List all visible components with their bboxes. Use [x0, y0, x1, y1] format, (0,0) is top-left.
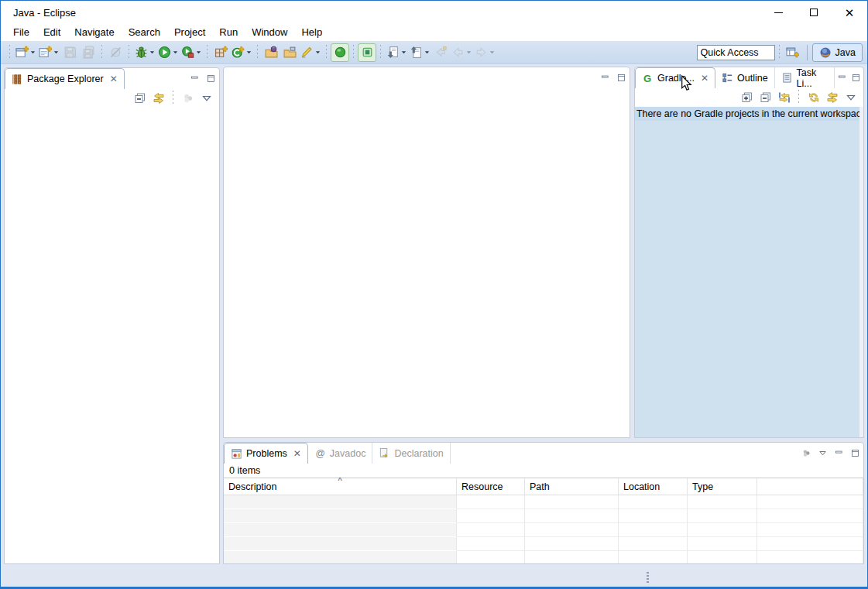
coverage-button[interactable] [230, 43, 253, 62]
dropdown-arrow-icon[interactable] [196, 50, 201, 55]
table-cell [525, 495, 619, 509]
package-explorer-content[interactable] [5, 108, 219, 563]
maximize-view-button[interactable] [847, 446, 863, 461]
problems-panel-tab-declaration[interactable]: Declaration [372, 443, 450, 464]
table-cell [688, 523, 757, 537]
next-annotation-button[interactable] [385, 43, 408, 62]
package-explorer-tab[interactable]: Package Explorer ✕ [5, 68, 125, 89]
editor-content[interactable] [224, 88, 630, 437]
view-menu-button[interactable] [198, 91, 214, 107]
minimize-view-button[interactable] [187, 71, 203, 86]
link-with-editor-button[interactable] [824, 90, 840, 106]
save-button[interactable] [60, 43, 79, 62]
close-tab-icon[interactable]: ✕ [110, 74, 118, 84]
column-header-path[interactable]: Path [525, 478, 619, 495]
view-menu-button[interactable] [842, 90, 859, 106]
previous-annotation-button[interactable] [408, 43, 431, 62]
last-edit-location-button[interactable] [431, 43, 450, 62]
menu-project[interactable]: Project [167, 25, 212, 40]
dropdown-arrow-icon[interactable] [149, 50, 155, 55]
new-wizard-button[interactable] [14, 43, 37, 62]
package-explorer-tab-label: Package Explorer [27, 74, 104, 84]
problems-panel-tab-javadoc[interactable]: @Javadoc [308, 443, 373, 464]
layout-toggle-button[interactable] [776, 90, 792, 106]
open-perspective-button[interactable] [784, 43, 802, 62]
expand-all-button[interactable] [739, 90, 755, 106]
green-square-button[interactable] [358, 43, 376, 62]
minimize-view-button[interactable] [831, 446, 847, 461]
minimize-view-button[interactable] [835, 70, 849, 85]
refresh-button[interactable] [805, 90, 822, 106]
window-maximize-button[interactable] [796, 1, 832, 24]
table-row[interactable] [224, 495, 863, 509]
table-cell [688, 551, 757, 564]
menu-run[interactable]: Run [212, 25, 245, 40]
toolbar-separator [325, 45, 328, 60]
run-button[interactable] [156, 43, 180, 62]
menu-window[interactable]: Window [245, 25, 294, 40]
maximize-view-icon [616, 73, 626, 83]
column-header-description[interactable]: Description^ [224, 478, 457, 495]
column-header-resource[interactable]: Resource [457, 478, 525, 495]
dropdown-arrow-icon[interactable] [173, 50, 178, 55]
view-menu-button[interactable] [815, 446, 831, 461]
collapse-all-button[interactable] [132, 91, 148, 107]
focus-on-task-button[interactable] [798, 446, 815, 461]
min-icon [837, 73, 847, 83]
table-row[interactable] [224, 551, 863, 564]
table-row[interactable] [224, 523, 863, 537]
dropdown-arrow-icon[interactable] [246, 50, 252, 55]
focus-on-task-button[interactable] [180, 91, 196, 107]
window-close-button[interactable]: ✕ [832, 1, 867, 24]
debug-button[interactable] [133, 43, 156, 62]
java-perspective-button[interactable]: Java [812, 43, 863, 62]
close-tab-icon[interactable]: ✕ [701, 73, 708, 84]
gradle-panel-tab-outline[interactable]: Outline [715, 67, 775, 88]
new-plugin-button[interactable] [211, 43, 230, 62]
column-header-location[interactable]: Location [619, 478, 688, 495]
dropdown-arrow-icon[interactable] [53, 50, 59, 55]
menu-edit[interactable]: Edit [36, 25, 67, 40]
external-tools-button[interactable] [180, 43, 203, 62]
dropdown-arrow-icon[interactable] [489, 50, 495, 55]
close-tab-icon[interactable]: ✕ [293, 448, 301, 459]
maximize-view-button[interactable] [613, 70, 630, 85]
mark-occurrences-button[interactable] [299, 43, 322, 62]
table-row[interactable] [224, 537, 863, 551]
gradle-panel-tab-taskli[interactable]: Task Li... [775, 67, 835, 88]
collapse-all-button[interactable] [757, 90, 774, 106]
open-resource-button[interactable] [280, 43, 299, 62]
problems-table: Description^ResourcePathLocationType [224, 478, 863, 564]
back-button[interactable] [450, 43, 473, 62]
dropdown-arrow-icon[interactable] [401, 50, 407, 55]
green-sphere-button[interactable] [331, 43, 349, 62]
quick-access-input[interactable] [697, 45, 775, 60]
status-bar [1, 567, 867, 588]
statusbar-grip-handle[interactable] [647, 572, 649, 584]
menu-file[interactable]: File [6, 25, 36, 40]
gradle-empty-message[interactable]: There are no Gradle projects in the curr… [635, 107, 863, 121]
gradle-tasks-content[interactable]: There are no Gradle projects in the curr… [635, 107, 863, 437]
column-header-type[interactable]: Type [688, 478, 757, 495]
maximize-view-button[interactable] [203, 71, 219, 86]
dropdown-arrow-icon[interactable] [424, 50, 430, 55]
new-java-icon [39, 46, 52, 59]
dropdown-arrow-icon[interactable] [466, 50, 472, 55]
maximize-view-button[interactable] [849, 70, 863, 85]
table-row[interactable] [224, 509, 863, 523]
open-type-button[interactable] [262, 43, 280, 62]
problems-panel-tab-problems[interactable]: Problems✕ [224, 443, 308, 464]
new-java-button[interactable] [37, 43, 60, 62]
dropdown-arrow-icon[interactable] [315, 50, 321, 55]
link-with-editor-button[interactable] [150, 91, 166, 107]
menu-search[interactable]: Search [122, 25, 167, 40]
save-all-button[interactable] [79, 43, 98, 62]
menu-help[interactable]: Help [294, 25, 329, 40]
forward-button[interactable] [473, 43, 496, 62]
skip-breakpoints-button[interactable] [106, 43, 125, 62]
window-minimize-button[interactable] [760, 1, 796, 24]
minimize-view-button[interactable] [597, 70, 613, 85]
menu-navigate[interactable]: Navigate [67, 25, 121, 40]
gradle-panel-tab-gradle[interactable]: GGradle...✕ [635, 67, 715, 88]
dropdown-arrow-icon[interactable] [30, 50, 36, 55]
